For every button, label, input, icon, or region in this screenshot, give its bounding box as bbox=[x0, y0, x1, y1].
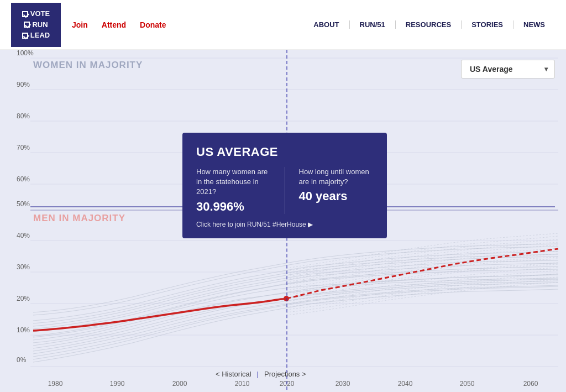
tooltip-value1: 30.996% bbox=[196, 200, 271, 214]
nav-resources[interactable]: RESOURCES bbox=[396, 20, 462, 29]
vote-checkbox bbox=[22, 11, 28, 17]
nav-run51[interactable]: RUN/51 bbox=[350, 20, 396, 29]
x-label-2030: 2030 bbox=[336, 380, 350, 388]
nav-join[interactable]: Join bbox=[72, 20, 88, 29]
tooltip-title: US AVERAGE bbox=[196, 145, 373, 159]
historical-label: < Historical bbox=[216, 370, 251, 378]
tooltip-stats-row: How many women are in the statehouse in … bbox=[196, 167, 373, 214]
logo-lead: LEAD bbox=[30, 30, 50, 41]
tooltip-question2: How long until women are in majority? bbox=[299, 167, 374, 187]
header: VOTE RUN LEAD Join Attend Donate ABOUT R… bbox=[0, 0, 566, 50]
tooltip-value2: 40 years bbox=[299, 189, 374, 203]
logo[interactable]: VOTE RUN LEAD bbox=[11, 3, 61, 47]
lead-checkbox bbox=[22, 33, 28, 39]
x-label-1990: 1990 bbox=[110, 380, 125, 388]
x-label-2040: 2040 bbox=[398, 380, 413, 388]
hist-proj-divider: | bbox=[257, 370, 259, 378]
projections-label: Projections > bbox=[264, 370, 306, 378]
logo-run: RUN bbox=[32, 19, 48, 30]
tooltip-col-women: How many women are in the statehouse in … bbox=[196, 167, 271, 214]
nav-about[interactable]: ABOUT bbox=[303, 20, 349, 29]
hist-proj-labels: < Historical | Projections > bbox=[216, 370, 306, 378]
nav-stories[interactable]: STORIES bbox=[462, 20, 513, 29]
run-checkbox bbox=[24, 22, 30, 28]
nav-attend[interactable]: Attend bbox=[102, 20, 126, 29]
x-label-1980: 1980 bbox=[48, 380, 63, 388]
tooltip-card: US AVERAGE How many women are in the sta… bbox=[182, 133, 387, 238]
chart-container: 100% 90% 80% 70% 60% 50% 40% 30% 20% 10%… bbox=[0, 50, 566, 392]
tooltip-divider bbox=[285, 167, 285, 214]
nav-left: Join Attend Donate bbox=[72, 20, 166, 29]
x-label-2000: 2000 bbox=[172, 380, 187, 388]
nav-news[interactable]: NEWS bbox=[513, 20, 555, 29]
logo-vote: VOTE bbox=[30, 8, 50, 19]
nav-right: ABOUT RUN/51 RESOURCES STORIES NEWS bbox=[303, 20, 555, 29]
tooltip-cta[interactable]: Click here to join RUN/51 #HerHouse ▶ bbox=[196, 221, 373, 228]
nav-donate[interactable]: Donate bbox=[140, 20, 166, 29]
x-label-2010: 2010 bbox=[235, 380, 250, 388]
x-label-2060: 2060 bbox=[523, 380, 538, 388]
x-label-2050: 2050 bbox=[460, 380, 475, 388]
tooltip-question1: How many women are in the statehouse in … bbox=[196, 167, 271, 197]
tooltip-col-years: How long until women are in majority? 40… bbox=[299, 167, 374, 214]
